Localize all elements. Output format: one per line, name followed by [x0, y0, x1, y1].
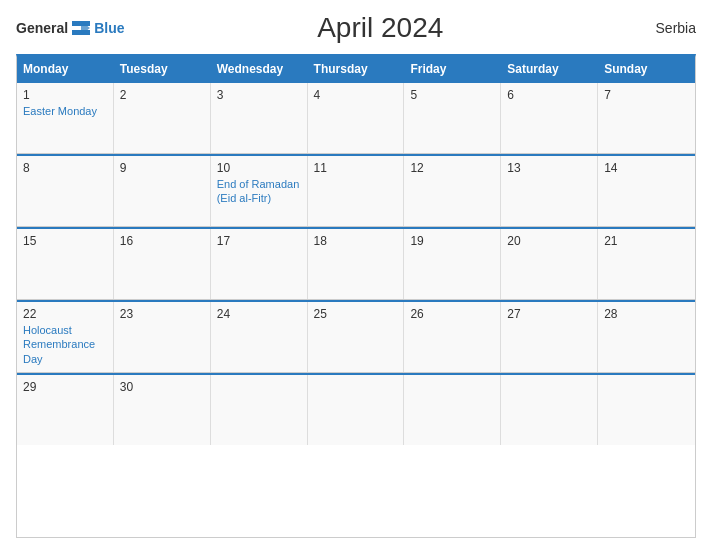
day-number: 28 — [604, 307, 689, 321]
day-number: 5 — [410, 88, 494, 102]
cal-cell-7: 7 — [598, 83, 695, 153]
day-number: 13 — [507, 161, 591, 175]
cal-cell-20: 20 — [501, 229, 598, 299]
calendar-week-1: 1Easter Monday234567 — [17, 81, 695, 154]
day-number: 21 — [604, 234, 689, 248]
cal-cell-2: 2 — [114, 83, 211, 153]
day-header-tuesday: Tuesday — [114, 57, 211, 81]
cal-cell-empty — [501, 375, 598, 445]
day-number: 27 — [507, 307, 591, 321]
cal-cell-8: 8 — [17, 156, 114, 226]
holiday-label: Easter Monday — [23, 104, 107, 118]
day-number: 2 — [120, 88, 204, 102]
cal-cell-empty — [598, 375, 695, 445]
cal-cell-17: 17 — [211, 229, 308, 299]
cal-cell-27: 27 — [501, 302, 598, 372]
country-label: Serbia — [636, 20, 696, 36]
header: General Blue April 2024 Serbia — [16, 12, 696, 44]
cal-cell-18: 18 — [308, 229, 405, 299]
cal-cell-15: 15 — [17, 229, 114, 299]
day-number: 29 — [23, 380, 107, 394]
day-number: 14 — [604, 161, 689, 175]
calendar-week-4: 22Holocaust Remembrance Day232425262728 — [17, 300, 695, 373]
calendar: MondayTuesdayWednesdayThursdayFridaySatu… — [16, 54, 696, 538]
day-number: 8 — [23, 161, 107, 175]
day-number: 18 — [314, 234, 398, 248]
day-number: 26 — [410, 307, 494, 321]
logo-general: General — [16, 20, 68, 36]
calendar-week-3: 15161718192021 — [17, 227, 695, 300]
day-header-thursday: Thursday — [308, 57, 405, 81]
cal-cell-29: 29 — [17, 375, 114, 445]
cal-cell-21: 21 — [598, 229, 695, 299]
cal-cell-1: 1Easter Monday — [17, 83, 114, 153]
day-number: 12 — [410, 161, 494, 175]
page: General Blue April 2024 Serbia MondayTue… — [0, 0, 712, 550]
day-number: 10 — [217, 161, 301, 175]
cal-cell-28: 28 — [598, 302, 695, 372]
calendar-week-2: 8910End of Ramadan (Eid al-Fitr)11121314 — [17, 154, 695, 227]
day-number: 7 — [604, 88, 689, 102]
day-number: 19 — [410, 234, 494, 248]
calendar-body: 1Easter Monday2345678910End of Ramadan (… — [17, 81, 695, 445]
day-header-friday: Friday — [404, 57, 501, 81]
day-number: 17 — [217, 234, 301, 248]
day-number: 1 — [23, 88, 107, 102]
calendar-week-5: 2930 — [17, 373, 695, 445]
cal-cell-11: 11 — [308, 156, 405, 226]
day-number: 22 — [23, 307, 107, 321]
day-number: 23 — [120, 307, 204, 321]
cal-cell-23: 23 — [114, 302, 211, 372]
day-number: 24 — [217, 307, 301, 321]
day-header-wednesday: Wednesday — [211, 57, 308, 81]
day-header-saturday: Saturday — [501, 57, 598, 81]
day-number: 6 — [507, 88, 591, 102]
cal-cell-3: 3 — [211, 83, 308, 153]
calendar-header: MondayTuesdayWednesdayThursdayFridaySatu… — [17, 57, 695, 81]
cal-cell-14: 14 — [598, 156, 695, 226]
logo: General Blue — [16, 20, 124, 36]
cal-cell-10: 10End of Ramadan (Eid al-Fitr) — [211, 156, 308, 226]
cal-cell-26: 26 — [404, 302, 501, 372]
cal-cell-30: 30 — [114, 375, 211, 445]
day-number: 4 — [314, 88, 398, 102]
cal-cell-25: 25 — [308, 302, 405, 372]
logo-flag-icon — [72, 21, 90, 35]
holiday-label: End of Ramadan (Eid al-Fitr) — [217, 177, 301, 206]
cal-cell-4: 4 — [308, 83, 405, 153]
day-number: 15 — [23, 234, 107, 248]
page-title: April 2024 — [124, 12, 636, 44]
cal-cell-empty — [404, 375, 501, 445]
cal-cell-24: 24 — [211, 302, 308, 372]
day-number: 11 — [314, 161, 398, 175]
day-number: 16 — [120, 234, 204, 248]
logo-blue: Blue — [94, 20, 124, 36]
day-header-sunday: Sunday — [598, 57, 695, 81]
cal-cell-19: 19 — [404, 229, 501, 299]
cal-cell-9: 9 — [114, 156, 211, 226]
holiday-label: Holocaust Remembrance Day — [23, 323, 107, 366]
day-number: 30 — [120, 380, 204, 394]
day-header-monday: Monday — [17, 57, 114, 81]
cal-cell-13: 13 — [501, 156, 598, 226]
day-number: 9 — [120, 161, 204, 175]
day-number: 20 — [507, 234, 591, 248]
cal-cell-22: 22Holocaust Remembrance Day — [17, 302, 114, 372]
cal-cell-empty — [211, 375, 308, 445]
cal-cell-16: 16 — [114, 229, 211, 299]
cal-cell-empty — [308, 375, 405, 445]
cal-cell-12: 12 — [404, 156, 501, 226]
cal-cell-5: 5 — [404, 83, 501, 153]
cal-cell-6: 6 — [501, 83, 598, 153]
day-number: 3 — [217, 88, 301, 102]
day-number: 25 — [314, 307, 398, 321]
